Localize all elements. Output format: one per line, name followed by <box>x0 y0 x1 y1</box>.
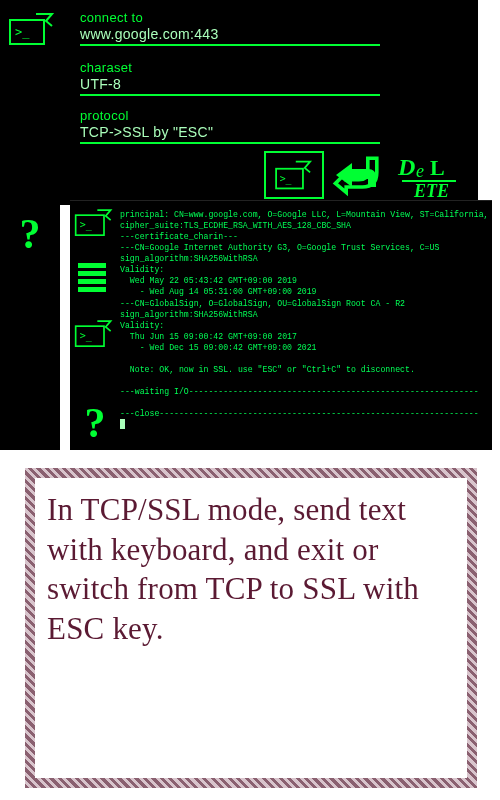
charset-value[interactable]: UTF-8 <box>80 75 380 96</box>
svg-text:L: L <box>430 155 445 180</box>
back-button[interactable] <box>330 151 390 199</box>
svg-text:>_: >_ <box>280 173 292 185</box>
connect-field[interactable]: connect to www.google.com:443 <box>80 10 380 46</box>
connection-dialog: >_ connect to www.google.com:443 charase… <box>0 0 478 205</box>
dialog-toolbar: >_ D e L ETE <box>264 151 468 199</box>
terminal-icon: >_ <box>74 316 114 348</box>
cursor <box>120 419 125 429</box>
svg-text:D: D <box>397 154 415 180</box>
svg-text:>_: >_ <box>80 331 93 343</box>
instruction-text: In TCP/SSL mode, send text with keyboard… <box>47 490 455 649</box>
status-bars-icon <box>78 263 106 295</box>
svg-text:>_: >_ <box>15 25 30 39</box>
help-icon[interactable]: ? <box>72 400 118 446</box>
charset-label: charaset <box>80 60 380 75</box>
delete-button[interactable]: D e L ETE <box>396 151 468 199</box>
protocol-label: protocol <box>80 108 380 123</box>
terminal-output[interactable]: principal: CN=www.google.com, O=Google L… <box>120 209 486 431</box>
svg-text:ETE: ETE <box>413 181 449 199</box>
side-strip: ? <box>0 205 60 450</box>
svg-text:>_: >_ <box>80 220 93 232</box>
protocol-value[interactable]: TCP->SSL by "ESC" <box>80 123 380 144</box>
charset-field[interactable]: charaset UTF-8 <box>80 60 380 96</box>
terminal-output-panel: >_ >_ ? principal: CN=www.google.com, O=… <box>70 200 492 450</box>
connect-value[interactable]: www.google.com:443 <box>80 25 380 46</box>
connect-label: connect to <box>80 10 380 25</box>
run-terminal-button[interactable]: >_ <box>264 151 324 199</box>
instruction-note: In TCP/SSL mode, send text with keyboard… <box>25 468 477 788</box>
protocol-field[interactable]: protocol TCP->SSL by "ESC" <box>80 108 380 144</box>
terminal-icon: >_ <box>8 8 56 46</box>
svg-text:e: e <box>416 161 424 181</box>
help-icon[interactable]: ? <box>7 211 53 257</box>
terminal-icon: >_ <box>74 205 114 237</box>
